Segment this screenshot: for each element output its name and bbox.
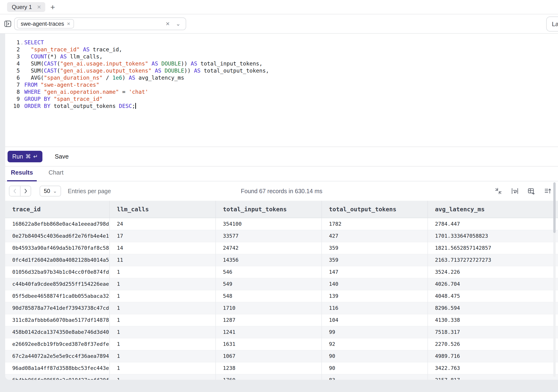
sql-code-line: 2 "span_trace_id" AS trace_id, [5,46,558,53]
table-cell: 67c2a44072a2e5e5e9cc4f36aea78943 [5,350,110,362]
sql-code-line: 8WHERE "gen_ai.operation.name" = 'chat' [5,88,558,96]
table-row[interactable]: 0b45933a90af469da5b17670faf8c58d14247423… [5,242,558,254]
table-cell: 99 [322,326,428,338]
sql-code-text: SUM(CAST("gen_ai.usage.output_tokens" AS… [24,67,269,74]
sql-code-text: FROM "swe-agent-traces" [24,81,99,88]
sql-code-text: "span_trace_id" AS trace_id, [24,46,122,53]
table-cell: 14 [110,242,216,254]
query-tab-bar: Query 1 × + [0,0,558,14]
table-cell: 05f5dbee4658874f1ca0b055abaca32d [5,290,110,302]
table-cell: 1701.333647058823 [428,230,558,242]
sidebar-toggle-icon[interactable] [4,20,11,27]
results-table-container[interactable]: trace_idllm_callstotal_input_tokenstotal… [5,201,558,380]
table-cell: 4989.716 [428,350,558,362]
close-icon[interactable]: × [37,4,41,10]
vertical-scrollbar[interactable] [553,182,556,377]
table-cell: 2784.447 [428,218,558,230]
sql-code-text: SELECT [24,39,44,46]
sql-code-lines: 1⌄SELECT2 "span_trace_id" AS trace_id,3 … [5,39,558,110]
table-cell: 90d785878a77e41def73943738c47cd6 [5,302,110,314]
table-row[interactable]: e26692ee8cb19fb9ced387e8f37edfed11631922… [5,338,558,350]
table-row[interactable]: 05f5dbee4658874f1ca0b055abaca32d15481394… [5,290,558,302]
datasource-chip[interactable]: swe-agent-traces × [17,19,74,28]
table-cell: 139 [322,290,428,302]
selector-clear-icon[interactable]: × [166,20,170,27]
last-range-button[interactable]: Las [546,17,558,32]
table-cell: 2163.7137272727273 [428,254,558,266]
table-cell: 1 [110,338,216,350]
table-cell: 92 [322,338,428,350]
table-cell: 0fc4d1f26042a080a4082128b4014a58 [5,254,110,266]
sql-code-line: 10ORDER BY total_output_tokens DESC; [5,103,558,110]
sql-code-line: 9GROUP BY "span_trace_id" [5,96,558,103]
tab-query-1-label: Query 1 [12,4,32,10]
table-cell: 1760 [216,374,322,380]
text-cursor [135,103,136,109]
table-cell: 0b45933a90af469da5b17670faf8c58d [5,242,110,254]
table-cell: 354100 [216,218,322,230]
column-header-total_output_tokens[interactable]: total_output_tokens [322,201,428,218]
tab-query-1[interactable]: Query 1 × [7,2,45,12]
table-cell: 6b4bb066fa00650c2c010427aeff20f1 [5,374,110,380]
table-row[interactable]: 458b0142dca1374350e8abe746d3d40111241997… [5,326,558,338]
table-row[interactable]: 96ad08a1a4ff87d3588bbc53fec443e811238903… [5,362,558,374]
table-cell: 1710 [216,302,322,314]
table-row[interactable]: 67c2a44072a2e5e5e9cc4f36aea7894311067904… [5,350,558,362]
tab-results[interactable]: Results [9,169,35,181]
command-key-icon: ⌘ [26,153,31,160]
datasource-toolbar: swe-agent-traces × × ⌄ Las [0,14,558,34]
table-cell: 1 [110,278,216,290]
column-header-trace_id[interactable]: trace_id [5,201,110,218]
sql-code-text: AVG("span_duration_ns" / 1e6) AS avg_lat… [24,74,184,81]
new-tab-button[interactable]: + [50,3,55,11]
table-cell: 90 [322,362,428,374]
sql-code-text: SUM(CAST("gen_ai.usage.input_tokens" AS … [24,60,262,67]
sql-code-text: GROUP BY "span_trace_id" [24,96,103,103]
last-range-label: Las [552,20,558,28]
column-header-llm_calls[interactable]: llm_calls [110,201,216,218]
table-cell: 1782 [322,218,428,230]
save-button[interactable]: Save [55,153,69,160]
table-row[interactable]: 6b4bb066fa00650c2c010427aeff20f111760832… [5,374,558,380]
table-cell: 548 [216,290,322,302]
scrollbar-thumb[interactable] [553,182,556,233]
table-row[interactable]: c44b40fa9cdee859d255ff154226eae215491404… [5,278,558,290]
table-cell: 4026.704 [428,278,558,290]
table-cell: 1 [110,302,216,314]
table-cell: 168622a8efbb868e0ac4a1eeead798da [5,218,110,230]
line-number: 5 [5,67,20,74]
datasource-select[interactable]: swe-agent-traces × × ⌄ [14,17,186,30]
table-cell: 2270.526 [428,338,558,350]
chip-remove-icon[interactable]: × [67,21,70,27]
table-cell: 3524.226 [428,266,558,278]
table-row[interactable]: 0e27b84045c4036ead6f2e76fb4e4e1917335774… [5,230,558,242]
results-tab-bar: Results Chart [5,166,558,181]
sql-code-text: WHERE "gen_ai.operation.name" = 'chat' [24,88,148,96]
line-number: 4 [5,60,20,67]
table-cell: 458b0142dca1374350e8abe746d3d401 [5,326,110,338]
sql-editor[interactable]: 1⌄SELECT2 "span_trace_id" AS trace_id,3 … [5,34,558,147]
table-row[interactable]: 90d785878a77e41def73943738c47cd611710116… [5,302,558,314]
table-cell: 1 [110,362,216,374]
table-row[interactable]: 168622a8efbb868e0ac4a1eeead798da24354100… [5,218,558,230]
table-row[interactable]: 311c82afbbb6a6070bae5177df14878a11287104… [5,314,558,326]
table-row[interactable]: 0fc4d1f26042a080a4082128b4014a5811143563… [5,254,558,266]
tab-chart[interactable]: Chart [46,169,66,181]
table-cell: 359 [322,242,428,254]
run-button[interactable]: Run ⌘ ↵ [8,151,43,162]
table-header-row: trace_idllm_callstotal_input_tokenstotal… [5,201,558,218]
chevron-down-icon[interactable]: ⌄ [176,21,181,27]
table-cell: 1067 [216,350,322,362]
column-header-avg_latency_ms[interactable]: avg_latency_ms [428,201,558,218]
sql-code-line: 3 COUNT(*) AS llm_calls, [5,53,558,60]
results-table: trace_idllm_callstotal_input_tokenstotal… [5,201,558,380]
line-number: 9 [5,96,20,103]
fold-chevron-icon[interactable]: ⌄ [21,40,23,47]
table-cell: 1 [110,374,216,380]
column-header-total_input_tokens[interactable]: total_input_tokens [216,201,322,218]
table-cell: 33577 [216,230,322,242]
run-row: Run ⌘ ↵ Save [5,147,558,166]
table-row[interactable]: 01056d32ba97b34b1c04cc0f0e874fd815461473… [5,266,558,278]
sql-code-line: 6 AVG("span_duration_ns" / 1e6) AS avg_l… [5,74,558,81]
line-number: 7 [5,81,20,88]
